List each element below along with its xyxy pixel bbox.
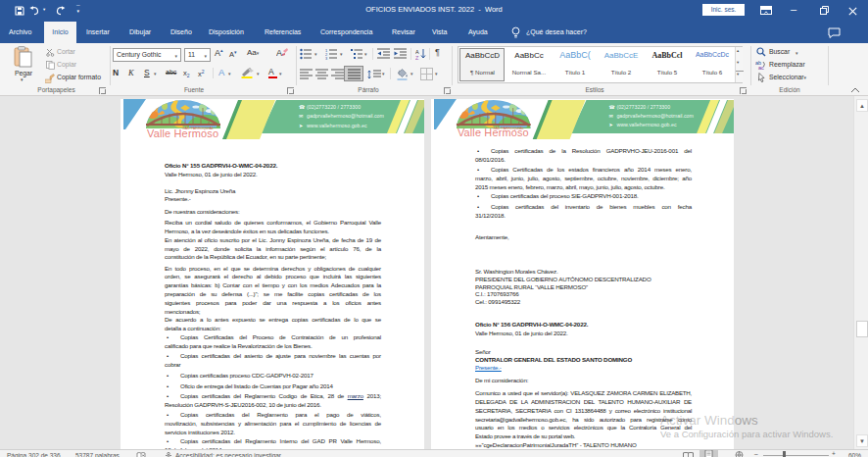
svg-text:☎: ☎ xyxy=(299,104,305,110)
svg-text:gadprvallehermoso@hotmail.com: gadprvallehermoso@hotmail.com xyxy=(616,113,694,119)
svg-text:➤: ➤ xyxy=(608,122,612,127)
svg-text:gadprvallehermoso@hotmail.com: gadprvallehermoso@hotmail.com xyxy=(307,113,385,119)
svg-text:(02)2773220 / 2773300: (02)2773220 / 2773300 xyxy=(616,104,670,110)
svg-text:www.vallehermoso.gob.ec: www.vallehermoso.gob.ec xyxy=(307,123,367,128)
svg-text:Valle Hermoso: Valle Hermoso xyxy=(458,127,529,138)
svg-text:www.vallehermoso.gob.ec: www.vallehermoso.gob.ec xyxy=(616,122,677,127)
svg-text:A: A xyxy=(276,48,282,58)
svg-text:☎: ☎ xyxy=(608,104,614,110)
svg-text:(02)2773220 / 2773300: (02)2773220 / 2773300 xyxy=(307,104,361,110)
svg-text:Valle Hermoso: Valle Hermoso xyxy=(147,127,218,139)
svg-text:➤: ➤ xyxy=(299,123,303,128)
svg-text:Z: Z xyxy=(415,55,419,61)
svg-text:3: 3 xyxy=(325,56,328,61)
svg-text:ac: ac xyxy=(758,65,764,70)
